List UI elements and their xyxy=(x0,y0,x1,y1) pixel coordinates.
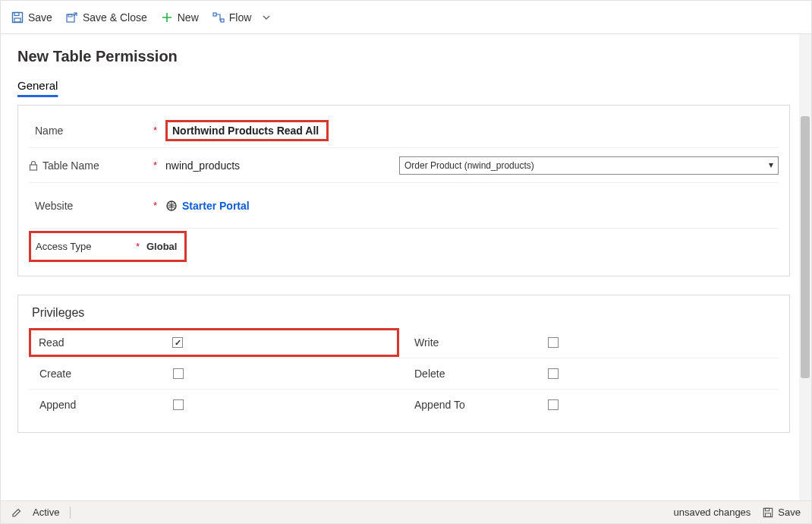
write-label: Write xyxy=(414,336,548,349)
chevron-down-icon xyxy=(260,11,272,24)
table-name-label: Table Name xyxy=(42,159,99,172)
save-button[interactable]: Save xyxy=(11,11,52,24)
privilege-write: Write xyxy=(404,327,779,358)
svg-rect-2 xyxy=(14,18,20,22)
plus-icon xyxy=(161,11,173,24)
page-title: New Table Permission xyxy=(17,48,790,65)
flow-button[interactable]: Flow xyxy=(212,11,273,24)
globe-icon xyxy=(165,200,178,212)
command-bar: Save Save & Close New Flow xyxy=(1,1,811,34)
svg-rect-9 xyxy=(764,508,773,516)
edit-icon[interactable] xyxy=(11,507,22,518)
save-close-label: Save & Close xyxy=(83,11,147,24)
append-to-checkbox[interactable] xyxy=(548,399,559,410)
write-checkbox[interactable] xyxy=(548,337,559,348)
create-label: Create xyxy=(39,368,173,380)
table-name-select-value: Order Product (nwind_products) xyxy=(404,160,534,171)
general-section: Name * Northwind Products Read All xyxy=(17,105,790,276)
privileges-title: Privileges xyxy=(32,306,779,320)
privileges-section: Privileges Read Write Create xyxy=(17,295,790,433)
svg-rect-4 xyxy=(68,14,72,17)
svg-rect-5 xyxy=(213,13,216,16)
save-label: Save xyxy=(28,11,52,24)
tab-strip: General xyxy=(17,76,790,97)
privileges-grid: Read Write Create Delete xyxy=(29,327,779,420)
read-checkbox[interactable] xyxy=(172,337,183,348)
scrollbar-thumb[interactable] xyxy=(801,116,810,378)
status-bar: Active unsaved changes Save xyxy=(1,500,811,523)
privilege-append: Append xyxy=(29,390,404,420)
status-divider xyxy=(70,507,71,519)
delete-label: Delete xyxy=(414,368,548,380)
new-label: New xyxy=(178,11,199,24)
create-checkbox[interactable] xyxy=(173,368,184,379)
name-value[interactable]: Northwind Products Read All xyxy=(172,125,319,137)
form-scroll: New Table Permission General Name * xyxy=(1,34,799,500)
table-name-required: * xyxy=(153,159,157,171)
table-name-select[interactable]: Order Product (nwind_products) xyxy=(399,156,779,175)
append-label: Append xyxy=(39,399,173,411)
access-type-label: Access Type xyxy=(36,241,136,252)
save-icon xyxy=(11,11,24,24)
privilege-append-to: Append To xyxy=(404,390,779,420)
flow-icon xyxy=(212,11,225,24)
new-button[interactable]: New xyxy=(161,11,199,24)
privilege-create: Create xyxy=(29,358,404,390)
privilege-delete: Delete xyxy=(404,358,779,390)
append-to-label: Append To xyxy=(414,399,548,411)
field-row-access-type: Access Type * Global xyxy=(29,229,779,264)
field-row-table-name: Table Name * nwind_products Order Produc… xyxy=(29,148,779,183)
website-value[interactable]: Starter Portal xyxy=(182,200,250,212)
svg-rect-11 xyxy=(766,513,771,516)
save-close-icon xyxy=(66,11,78,24)
name-highlight: Northwind Products Read All xyxy=(165,120,329,141)
access-type-value[interactable]: Global xyxy=(146,241,177,252)
read-label: Read xyxy=(39,336,172,349)
form-body: New Table Permission General Name * xyxy=(1,34,811,500)
svg-rect-6 xyxy=(221,19,224,22)
read-highlight: Read xyxy=(29,328,399,357)
lock-icon xyxy=(29,160,38,171)
table-name-value[interactable]: nwind_products xyxy=(165,159,240,172)
name-label: Name xyxy=(35,125,63,137)
svg-rect-7 xyxy=(30,165,37,170)
access-type-required: * xyxy=(136,241,146,252)
field-row-name: Name * Northwind Products Read All xyxy=(29,113,779,148)
save-close-button[interactable]: Save & Close xyxy=(66,11,147,24)
status-label: Active xyxy=(33,507,59,518)
privilege-read: Read xyxy=(29,327,404,358)
scrollbar-track[interactable] xyxy=(799,34,811,500)
footer-save-button[interactable]: Save xyxy=(763,507,801,518)
access-type-highlight: Access Type * Global xyxy=(29,231,187,262)
footer-save-icon xyxy=(763,507,773,518)
flow-label: Flow xyxy=(229,11,252,24)
app-root: Save Save & Close New Flow New Ta xyxy=(0,0,812,524)
unsaved-changes-label: unsaved changes xyxy=(673,507,751,518)
name-required: * xyxy=(153,125,157,136)
footer-save-label: Save xyxy=(778,507,801,518)
website-required: * xyxy=(153,200,157,211)
field-row-website: Website * Starter Portal xyxy=(29,183,779,229)
delete-checkbox[interactable] xyxy=(548,368,559,379)
append-checkbox[interactable] xyxy=(173,399,184,410)
website-label: Website xyxy=(35,200,73,212)
tab-general[interactable]: General xyxy=(17,76,58,96)
